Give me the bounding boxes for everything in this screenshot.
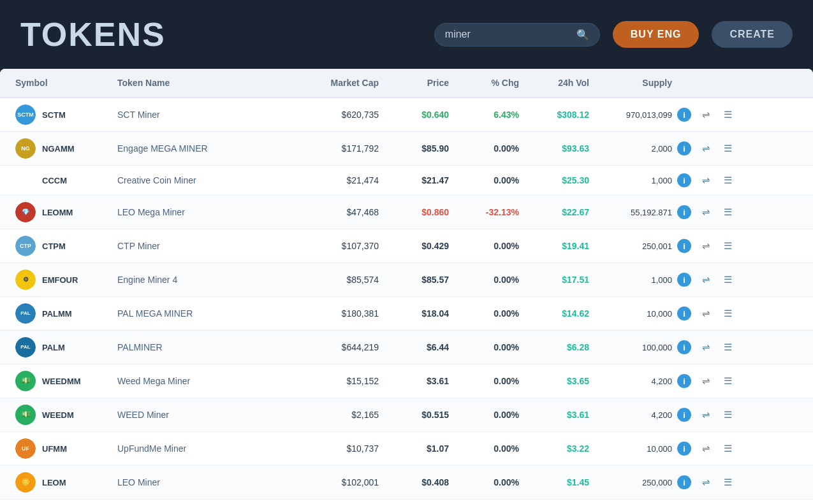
- cell-token-name: UpFundMe Miner: [117, 443, 296, 454]
- buy-eng-button[interactable]: BUY ENG: [613, 21, 699, 48]
- table-header: Symbol Token Name Market Cap Price % Chg…: [0, 69, 813, 98]
- swap-icon: ⇌: [702, 443, 710, 454]
- page-header: TOKENS 🔍 BUY ENG CREATE: [0, 0, 813, 69]
- create-button[interactable]: CREATE: [712, 21, 793, 48]
- list-button[interactable]: ☰: [719, 271, 736, 288]
- cell-token-name: Creative Coin Miner: [117, 175, 296, 185]
- col-token-name: Token Name: [117, 78, 296, 88]
- swap-icon: ⇌: [702, 274, 710, 285]
- list-button[interactable]: ☰: [719, 238, 736, 254]
- cell-price: $0.429: [379, 241, 449, 251]
- cell-symbol: SCTM SCTM: [15, 104, 117, 125]
- info-button[interactable]: i: [676, 474, 692, 491]
- swap-button[interactable]: ⇌: [698, 106, 714, 123]
- swap-button[interactable]: ⇌: [698, 271, 714, 288]
- cell-actions: i ⇌ ☰: [672, 440, 736, 457]
- list-icon: ☰: [724, 175, 732, 186]
- list-button[interactable]: ☰: [719, 339, 736, 356]
- cell-market-cap: $85,574: [296, 275, 379, 285]
- cell-actions: i ⇌ ☰: [672, 140, 736, 157]
- list-icon: ☰: [724, 375, 732, 387]
- symbol-text: PALM: [42, 343, 65, 352]
- cell-actions: i ⇌ ☰: [672, 172, 736, 189]
- svg-text:CTP: CTP: [20, 243, 31, 249]
- svg-text:PAL: PAL: [20, 344, 31, 350]
- swap-icon: ⇌: [702, 375, 710, 387]
- swap-button[interactable]: ⇌: [698, 172, 714, 189]
- token-avatar: 🪙: [15, 472, 36, 493]
- cell-price: $85.57: [379, 275, 449, 285]
- info-button[interactable]: i: [676, 440, 692, 457]
- search-icon: 🔍: [576, 29, 589, 41]
- table-row: PAL PALMM PAL MEGA MINER $180,381 $18.04…: [0, 297, 813, 331]
- cell-chg: 0.00%: [449, 443, 519, 454]
- swap-button[interactable]: ⇌: [698, 440, 714, 457]
- info-icon: i: [677, 408, 691, 422]
- cell-vol: $3.22: [519, 443, 589, 454]
- list-button[interactable]: ☰: [719, 172, 736, 189]
- svg-text:🪙: 🪙: [22, 478, 30, 486]
- svg-text:💵: 💵: [21, 409, 31, 419]
- swap-icon: ⇌: [702, 143, 710, 154]
- cell-vol: $3.65: [519, 376, 589, 386]
- list-button[interactable]: ☰: [719, 474, 736, 491]
- swap-button[interactable]: ⇌: [698, 305, 714, 322]
- search-input[interactable]: [445, 29, 573, 40]
- info-icon: i: [677, 108, 691, 122]
- info-button[interactable]: i: [676, 140, 692, 157]
- list-icon: ☰: [724, 409, 732, 421]
- swap-button[interactable]: ⇌: [698, 238, 714, 254]
- table-row: 💵 WEEDMM Weed Mega Miner $15,152 $3.61 0…: [0, 364, 813, 398]
- info-button[interactable]: i: [676, 106, 692, 123]
- cell-token-name: CTP Miner: [117, 241, 296, 251]
- token-avatar: 💵: [15, 371, 36, 391]
- cell-token-name: WEED Miner: [117, 410, 296, 420]
- info-icon: i: [677, 239, 691, 253]
- swap-button[interactable]: ⇌: [698, 474, 714, 491]
- cell-symbol: ⚙ EMFOUR: [15, 270, 117, 290]
- svg-text:PAL: PAL: [20, 310, 31, 316]
- cell-supply: 4,200: [589, 377, 672, 386]
- swap-button[interactable]: ⇌: [698, 339, 714, 356]
- cell-symbol: CTP CTPM: [15, 236, 117, 256]
- symbol-text: LEOMM: [42, 208, 73, 217]
- cell-price: $3.61: [379, 376, 449, 386]
- swap-button[interactable]: ⇌: [698, 140, 714, 157]
- table-row: NG NGAMM Engage MEGA MINER $171,792 $85.…: [0, 132, 813, 166]
- cell-market-cap: $171,792: [296, 143, 379, 154]
- cell-market-cap: $107,370: [296, 241, 379, 251]
- cell-symbol: UF UFMM: [15, 438, 117, 459]
- info-button[interactable]: i: [676, 172, 692, 189]
- symbol-text: WEEDMM: [42, 377, 81, 386]
- table-row: 💵 WEEDM WEED Miner $2,165 $0.515 0.00% $…: [0, 398, 813, 432]
- list-button[interactable]: ☰: [719, 373, 736, 389]
- cell-supply: 4,200: [589, 410, 672, 420]
- list-button[interactable]: ☰: [719, 305, 736, 322]
- cell-actions: i ⇌ ☰: [672, 339, 736, 356]
- cell-token-name: Engine Miner 4: [117, 275, 296, 285]
- info-button[interactable]: i: [676, 339, 692, 356]
- cell-actions: i ⇌ ☰: [672, 271, 736, 288]
- list-button[interactable]: ☰: [719, 204, 736, 220]
- list-button[interactable]: ☰: [719, 407, 736, 423]
- swap-button[interactable]: ⇌: [698, 373, 714, 389]
- swap-button[interactable]: ⇌: [698, 204, 714, 220]
- info-button[interactable]: i: [676, 407, 692, 423]
- swap-button[interactable]: ⇌: [698, 407, 714, 423]
- cell-token-name: PALMINER: [117, 342, 296, 352]
- token-avatar: ⚙: [15, 270, 36, 290]
- svg-text:💵: 💵: [21, 375, 31, 385]
- info-button[interactable]: i: [676, 271, 692, 288]
- info-icon: i: [677, 442, 691, 456]
- swap-icon: ⇌: [702, 409, 710, 421]
- info-button[interactable]: i: [676, 204, 692, 220]
- cell-supply: 1,000: [589, 176, 672, 185]
- list-button[interactable]: ☰: [719, 440, 736, 457]
- info-button[interactable]: i: [676, 373, 692, 389]
- info-icon: i: [677, 173, 691, 187]
- list-button[interactable]: ☰: [719, 106, 736, 123]
- info-button[interactable]: i: [676, 305, 692, 322]
- list-button[interactable]: ☰: [719, 140, 736, 157]
- info-button[interactable]: i: [676, 238, 692, 254]
- symbol-text: SCTM: [42, 110, 66, 120]
